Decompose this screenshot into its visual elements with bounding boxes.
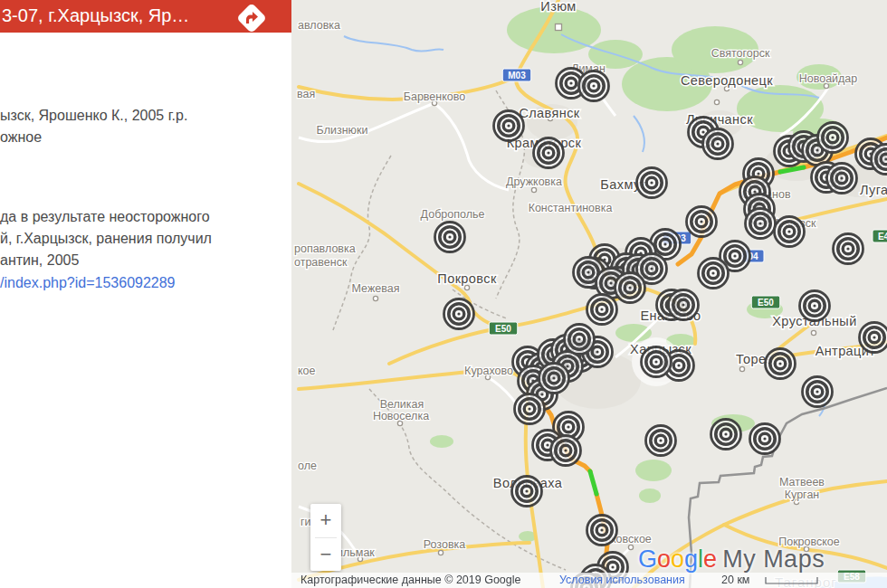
map-marker[interactable] <box>565 325 595 355</box>
map-marker[interactable] <box>637 168 667 198</box>
map-label: оле <box>298 460 317 472</box>
map-marker[interactable] <box>699 259 729 289</box>
map-label: отравенск <box>294 256 348 269</box>
map-marker[interactable] <box>579 71 609 101</box>
map-label: Луганск <box>860 183 887 197</box>
panel-text-line: й, г.Харцызск, ранения получил <box>0 231 212 247</box>
map-label: вая <box>297 88 315 100</box>
svg-text:Е4: Е4 <box>878 232 887 242</box>
google-logo-letter: e <box>703 545 717 573</box>
town-dot <box>739 366 744 371</box>
google-logo-letter: g <box>684 545 698 573</box>
town-dot <box>714 100 719 104</box>
road-badge: Е50 <box>751 296 780 308</box>
town-dot <box>373 296 377 300</box>
road-badge: Е4 <box>873 230 887 242</box>
map-marker[interactable] <box>834 234 863 264</box>
zoom-in-button[interactable]: + <box>310 504 341 537</box>
town-dot <box>628 545 633 549</box>
info-panel: 3-07, г.Харцызск, Яр… ызск, Ярошенко К.,… <box>0 0 291 588</box>
map-marker[interactable] <box>587 295 617 325</box>
map-marker[interactable] <box>703 129 733 159</box>
road-badge: М03 <box>502 69 531 81</box>
map-label: Барвенково <box>404 90 466 103</box>
town-dot <box>738 60 742 64</box>
town-dot <box>531 187 536 192</box>
map-label: Курган <box>785 488 820 501</box>
google-my-maps-logo[interactable]: GoogleMy Maps <box>638 545 825 574</box>
map-marker[interactable] <box>766 349 796 379</box>
selected-marker[interactable] <box>642 347 672 377</box>
google-logo-letter: o <box>671 545 684 573</box>
zoom-out-button[interactable]: − <box>310 538 341 572</box>
map-label: Славянск <box>519 106 579 120</box>
map-label: Близнюки <box>317 124 368 137</box>
my-maps-window: авловкаваяСвятогорскЛиманНовоайдарБарвен… <box>0 0 887 588</box>
attribution-copyright: Картографические данные © 2019 Google <box>300 574 521 586</box>
map-marker[interactable] <box>494 111 524 141</box>
town-dot <box>811 330 815 335</box>
map-marker[interactable] <box>775 217 805 247</box>
scale-text: 20 км <box>721 574 749 586</box>
map-label: ги <box>300 516 311 528</box>
map-marker[interactable] <box>512 477 542 507</box>
map-marker[interactable] <box>551 436 581 466</box>
svg-text:Е50: Е50 <box>495 324 511 334</box>
map-label: Изюм <box>540 0 576 14</box>
map-marker[interactable] <box>669 290 699 320</box>
panel-header: 3-07, г.Харцызск, Яр… <box>0 0 291 33</box>
terms-link[interactable]: Условия использования <box>559 574 685 586</box>
road-badge: Е50 <box>489 322 518 335</box>
directions-button[interactable] <box>234 3 270 33</box>
panel-text-line: ожное <box>0 129 42 146</box>
map-label: Межевая <box>352 282 400 295</box>
map-marker[interactable] <box>750 424 780 454</box>
map-label: Новоайдар <box>799 72 858 85</box>
map-marker[interactable] <box>827 164 857 194</box>
svg-text:М03: М03 <box>508 71 526 81</box>
map-marker[interactable] <box>646 426 676 456</box>
map-label: Покровск <box>437 271 497 286</box>
map-label: Великая <box>380 398 424 411</box>
map-label: ропавловка <box>294 242 356 255</box>
map-marker[interactable] <box>746 209 776 239</box>
svg-text:Е50: Е50 <box>758 298 774 308</box>
map-marker[interactable] <box>587 516 617 545</box>
map-label: Святогорск <box>711 47 770 60</box>
map-marker[interactable] <box>800 291 830 321</box>
panel-text-line: да в результате неосторожного <box>0 209 210 225</box>
map-marker[interactable] <box>539 364 569 394</box>
scale-bar <box>765 576 819 584</box>
map-marker[interactable] <box>803 377 833 407</box>
panel-text-line: антин, 2005 <box>0 252 79 269</box>
map-marker[interactable] <box>534 138 564 168</box>
map-label: ильмак <box>337 546 375 559</box>
map-label: Константиновка <box>529 202 613 214</box>
panel-text-line: ызск, Ярошенко К., 2005 г.р. <box>0 108 187 124</box>
town-square <box>556 24 562 31</box>
map-marker[interactable] <box>444 299 474 329</box>
map-marker[interactable] <box>515 394 545 424</box>
google-logo: Google <box>638 545 717 573</box>
map-label: Новоселка <box>373 410 429 422</box>
source-link[interactable]: /index.php?id=1536092289 <box>0 275 176 291</box>
map-marker[interactable] <box>687 207 717 237</box>
map-label: Северодонецк <box>681 73 773 88</box>
map-label: Дружковка <box>506 175 562 188</box>
map-marker[interactable] <box>711 420 741 450</box>
my-maps-label: My Maps <box>722 545 825 573</box>
map-label: кое <box>298 365 316 377</box>
map-label: авловка <box>298 19 340 32</box>
map-marker[interactable] <box>435 223 465 252</box>
map-marker[interactable] <box>818 123 848 153</box>
map-attribution: Картографические данные © 2019 Google Ус… <box>291 573 887 588</box>
map-label: Доброполье <box>421 208 485 221</box>
google-logo-letter: G <box>638 545 657 573</box>
map-label: Курахово <box>464 365 513 377</box>
town-dot <box>438 550 443 555</box>
map-label: Матвеев <box>779 476 825 488</box>
map-label: Розовка <box>424 538 466 551</box>
map-marker[interactable] <box>615 273 645 303</box>
town-dot <box>464 285 469 289</box>
map-marker[interactable] <box>860 323 887 353</box>
